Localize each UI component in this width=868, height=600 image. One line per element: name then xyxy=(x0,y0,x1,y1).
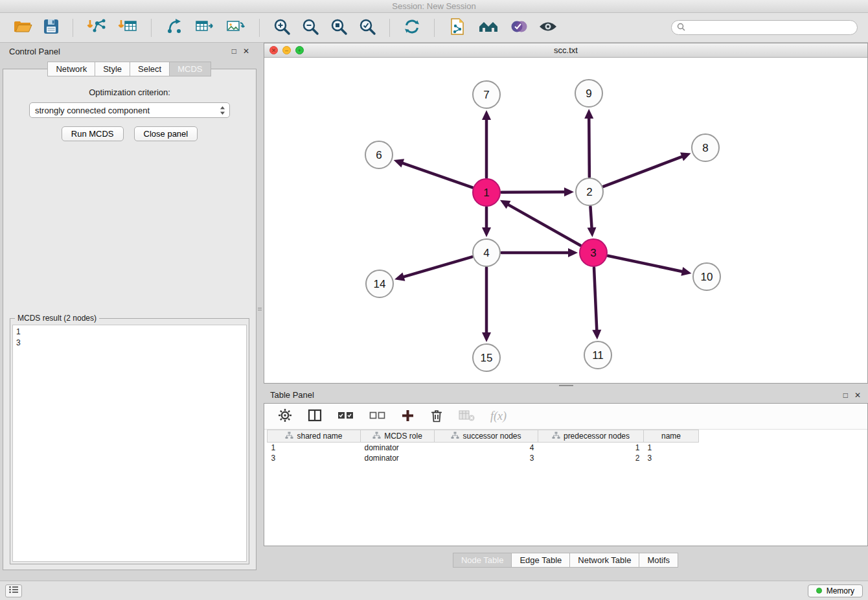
graph-edge-3-11[interactable] xyxy=(594,268,597,330)
graph-node-label-3: 3 xyxy=(590,247,596,259)
toolbar-separator xyxy=(389,19,390,37)
export-image-button[interactable] xyxy=(222,16,249,40)
app-title: Session: New Session xyxy=(392,1,475,11)
close-panel-button[interactable]: Close panel xyxy=(134,126,198,141)
cell-shared-name[interactable]: 1 xyxy=(268,443,361,453)
sort-hierarchy-icon xyxy=(285,432,293,441)
create-column-button[interactable] xyxy=(398,407,418,426)
select-all-columns-button[interactable] xyxy=(334,408,357,424)
float-panel-icon[interactable]: □ xyxy=(231,47,237,56)
show-columns-button[interactable] xyxy=(304,407,325,426)
close-panel-icon[interactable]: ✕ xyxy=(242,47,250,56)
import-network-button[interactable] xyxy=(83,16,110,40)
cell-successor-nodes[interactable]: 4 xyxy=(435,443,538,453)
window-minimize-icon[interactable]: – xyxy=(282,46,291,54)
network-from-selection-button[interactable] xyxy=(444,15,470,40)
cell-successor-nodes[interactable]: 3 xyxy=(435,453,538,463)
save-floppy-icon xyxy=(43,18,60,37)
import-network-icon xyxy=(86,17,107,38)
graph-edge-1-6[interactable] xyxy=(403,163,472,188)
graph-edge-1-2[interactable] xyxy=(501,192,564,192)
cell-mcds-role[interactable]: dominator xyxy=(361,443,435,453)
apply-layout-button[interactable] xyxy=(400,16,424,40)
cell-shared-name[interactable]: 3 xyxy=(268,453,361,463)
export-network-button[interactable] xyxy=(161,16,187,40)
window-zoom-icon[interactable]: + xyxy=(295,46,304,54)
tab-node-table[interactable]: Node Table xyxy=(453,553,512,568)
delete-table-button[interactable] xyxy=(455,408,478,425)
function-builder-button[interactable]: f(x) xyxy=(487,408,510,425)
zoom-in-button[interactable] xyxy=(269,16,294,40)
network-window-title: scc.txt xyxy=(554,45,578,55)
tab-select[interactable]: Select xyxy=(130,62,170,76)
cell-predecessor-nodes[interactable]: 1 xyxy=(538,443,644,453)
export-table-icon xyxy=(194,17,215,38)
window-close-icon[interactable]: ✕ xyxy=(269,46,278,54)
delete-column-button[interactable] xyxy=(427,406,446,426)
memory-button[interactable]: Memory xyxy=(808,584,863,597)
cell-name[interactable]: 1 xyxy=(644,443,699,453)
column-header-mcds-role[interactable]: MCDS role xyxy=(361,430,435,443)
graph-edge-4-14[interactable] xyxy=(404,257,472,277)
export-image-icon xyxy=(225,17,246,38)
graph-node-label-7: 7 xyxy=(483,89,489,101)
vertical-splitter[interactable] xyxy=(257,43,263,570)
cell-mcds-role[interactable]: dominator xyxy=(361,453,435,463)
tab-network[interactable]: Network xyxy=(47,62,95,76)
show-hide-button[interactable] xyxy=(535,17,561,38)
criterion-select[interactable]: strongly connected component xyxy=(29,102,230,118)
graph-node-label-6: 6 xyxy=(376,149,382,161)
criterion-selected-value: strongly connected component xyxy=(35,106,150,115)
tab-network-table[interactable]: Network Table xyxy=(569,553,639,568)
column-header-successor-nodes[interactable]: successor nodes xyxy=(435,430,538,443)
task-history-button[interactable] xyxy=(5,584,22,597)
table-empty-area xyxy=(264,463,867,546)
save-session-button[interactable] xyxy=(40,16,63,39)
header-filler xyxy=(699,430,868,443)
zoom-fit-button[interactable] xyxy=(326,16,351,40)
search-box[interactable] xyxy=(671,20,858,35)
graph-edge-arrowhead xyxy=(592,330,601,340)
graph-edge-2-9[interactable] xyxy=(589,119,589,177)
table-panel-body: f(x) shared name MCDS role successor nod… xyxy=(264,403,868,546)
export-table-button[interactable] xyxy=(191,16,218,40)
unselect-all-columns-button[interactable] xyxy=(366,408,389,424)
close-panel-icon[interactable]: ✕ xyxy=(854,391,862,400)
column-header-predecessor-nodes[interactable]: predecessor nodes xyxy=(538,430,644,443)
cell-predecessor-nodes[interactable]: 2 xyxy=(538,453,644,463)
run-mcds-button[interactable]: Run MCDS xyxy=(62,126,124,141)
delete-table-icon xyxy=(459,410,475,423)
zoom-out-button[interactable] xyxy=(298,16,323,40)
tab-style[interactable]: Style xyxy=(95,62,130,76)
graph-edge-2-3[interactable] xyxy=(590,207,591,227)
search-input[interactable] xyxy=(689,23,852,32)
refresh-layout-icon xyxy=(403,17,421,38)
graph-node-label-4: 4 xyxy=(483,247,489,259)
graph-edge-2-8[interactable] xyxy=(604,157,682,187)
styles-button[interactable] xyxy=(507,16,531,39)
cell-name[interactable]: 3 xyxy=(644,453,699,463)
zoom-selected-button[interactable] xyxy=(355,16,380,40)
tab-motifs[interactable]: Motifs xyxy=(639,553,678,568)
column-header-shared-name[interactable]: shared name xyxy=(268,430,361,443)
gear-icon xyxy=(278,408,292,424)
export-network-icon xyxy=(165,17,184,38)
column-header-name[interactable]: name xyxy=(644,430,699,443)
graph-edge-arrowhead xyxy=(482,332,491,342)
open-session-button[interactable] xyxy=(10,16,36,39)
float-panel-icon[interactable]: □ xyxy=(843,391,849,400)
trash-icon xyxy=(430,408,443,424)
open-folder-icon xyxy=(13,18,32,37)
table-settings-button[interactable] xyxy=(275,406,295,426)
table-panel: Table Panel □ ✕ xyxy=(264,387,868,574)
graph-edge-3-10[interactable] xyxy=(608,256,682,271)
import-table-button[interactable] xyxy=(114,16,141,40)
toolbar-separator xyxy=(151,19,152,37)
graph-edge-3-1[interactable] xyxy=(508,205,580,246)
network-canvas[interactable]: 7968124314101511 xyxy=(264,58,867,383)
tab-edge-table[interactable]: Edge Table xyxy=(511,553,570,568)
home-button[interactable] xyxy=(474,16,503,39)
mcds-panel: Optimization criterion: strongly connect… xyxy=(3,69,256,570)
tab-mcds[interactable]: MCDS xyxy=(169,62,211,76)
graph-node-label-14: 14 xyxy=(374,278,386,290)
